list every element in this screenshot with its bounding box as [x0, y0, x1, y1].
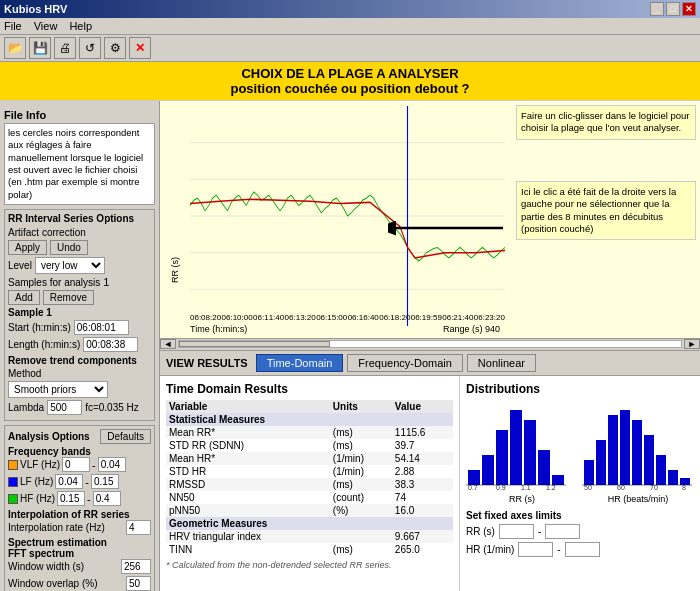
undo-button[interactable]: Undo — [50, 240, 88, 255]
table-row: Mean HR* (1/min) 54.14 — [166, 452, 453, 465]
add-button[interactable]: Add — [8, 290, 40, 305]
lambda-label: Lambda — [8, 402, 44, 413]
window-overlap-label: Window overlap (%) — [8, 578, 97, 589]
toolbar-open[interactable]: 📂 — [4, 37, 26, 59]
close-btn[interactable]: ✕ — [682, 2, 696, 16]
method-select[interactable]: Smooth priors Wavelet Detrend — [8, 381, 108, 398]
svg-rect-17 — [510, 410, 522, 485]
length-input[interactable] — [83, 337, 138, 352]
window-width-label: Window width (s) — [8, 561, 84, 572]
chart-area: RR (s) 0.8 0.9 1.0 1.1 1.2 — [160, 101, 700, 338]
lf-color — [8, 477, 18, 487]
annotation2-text: Ici le clic a été fait de la droite vers… — [521, 186, 676, 234]
arrow-left — [388, 213, 508, 245]
sample1-label: Sample 1 — [8, 307, 151, 318]
x-axis-ticks: 06:08:20 06:10:00 06:11:40 06:13:20 06:1… — [190, 313, 505, 322]
scroll-left-btn[interactable]: ◄ — [160, 339, 176, 349]
col-variable: Variable — [166, 400, 330, 413]
results-title: Time Domain Results — [166, 382, 453, 396]
defaults-button[interactable]: Defaults — [100, 429, 151, 444]
toolbar-save[interactable]: 💾 — [29, 37, 51, 59]
hr-max-input[interactable] — [565, 542, 600, 557]
interp-label: Interpolation rate (Hz) — [8, 522, 105, 533]
hr-dist-svg: 50 60 70 8 — [582, 400, 692, 490]
rr-max-input[interactable] — [545, 524, 580, 539]
y-axis-label: RR (s) — [170, 103, 180, 283]
interp-value[interactable] — [126, 520, 151, 535]
toolbar-settings[interactable]: ⚙ — [104, 37, 126, 59]
toolbar: 📂 💾 🖨 ↺ ⚙ ✕ — [0, 35, 700, 62]
window-overlap-input[interactable] — [126, 576, 151, 591]
results-note: * Calculated from the non-detrended sele… — [166, 560, 453, 570]
menu-file[interactable]: File — [4, 20, 22, 32]
table-row: Mean RR* (ms) 1115.6 — [166, 426, 453, 439]
table-row: RMSSD (ms) 38.3 — [166, 478, 453, 491]
tab-nonlinear[interactable]: Nonlinear — [467, 354, 536, 372]
hr-axes-label: HR (1/min) — [466, 544, 514, 555]
tab-time-domain[interactable]: Time-Domain — [256, 354, 344, 372]
artifact-correction-label: Artifact correction — [8, 227, 151, 238]
remove-button[interactable]: Remove — [43, 290, 94, 305]
rr-dist-chart: 0.7 0.9 1.1 1.2 RR (s) — [466, 400, 578, 504]
window-width-input[interactable] — [121, 559, 151, 574]
apply-button[interactable]: Apply — [8, 240, 47, 255]
scroll-right-btn[interactable]: ► — [684, 339, 700, 349]
tab-frequency-domain[interactable]: Frequency-Domain — [347, 354, 463, 372]
level-select[interactable]: very low low medium strong — [35, 257, 105, 274]
main-layout: File Info les cercles noirs corresponden… — [0, 101, 700, 591]
header-banner: CHOIX DE LA PLAGE A ANALYSER position co… — [0, 62, 700, 101]
set-axes-title: Set fixed axes limits — [466, 510, 694, 521]
hr-chart-label: HR (beats/min) — [582, 494, 694, 504]
rr-min-input[interactable] — [499, 524, 534, 539]
view-results-bar: VIEW RESULTS Time-Domain Frequency-Domai… — [160, 350, 700, 376]
table-row: TINN (ms) 265.0 — [166, 543, 453, 556]
rr-axes-label: RR (s) — [466, 526, 495, 537]
lf-max[interactable] — [91, 474, 119, 489]
minimize-btn[interactable]: _ — [650, 2, 664, 16]
start-label: Start (h:min:s) — [8, 322, 71, 333]
set-axes-section: Set fixed axes limits RR (s) - HR (1/min… — [466, 510, 694, 557]
right-area: RR (s) 0.8 0.9 1.0 1.1 1.2 — [160, 101, 700, 591]
hf-min[interactable] — [57, 491, 85, 506]
toolbar-refresh[interactable]: ↺ — [79, 37, 101, 59]
analysis-options-title: Analysis Options — [8, 431, 90, 442]
svg-rect-30 — [632, 420, 642, 485]
interp-title: Interpolation of RR series — [8, 509, 151, 520]
horizontal-scrollbar[interactable]: ◄ ► — [160, 338, 700, 350]
toolbar-close[interactable]: ✕ — [129, 37, 151, 59]
lf-min[interactable] — [55, 474, 83, 489]
geo-title: Geometric Measures — [166, 517, 453, 530]
analysis-options-section: Analysis Options Defaults Frequency band… — [4, 425, 155, 591]
lambda-input[interactable] — [47, 400, 82, 415]
vlf-color — [8, 460, 18, 470]
svg-rect-15 — [482, 455, 494, 485]
svg-rect-26 — [584, 460, 594, 485]
menu-view[interactable]: View — [34, 20, 58, 32]
samples-value: 1 — [103, 276, 109, 288]
hr-dist-chart: 50 60 70 8 HR (beats/min) — [582, 400, 694, 504]
svg-text:60: 60 — [617, 484, 625, 490]
svg-rect-33 — [668, 470, 678, 485]
hr-min-input[interactable] — [518, 542, 553, 557]
hf-max[interactable] — [93, 491, 121, 506]
dist-charts: 0.7 0.9 1.1 1.2 RR (s) — [466, 400, 694, 504]
scroll-thumb[interactable] — [179, 341, 330, 347]
banner-line1: CHOIX DE LA PLAGE A ANALYSER — [4, 66, 696, 81]
vlf-max[interactable] — [98, 457, 126, 472]
toolbar-print[interactable]: 🖨 — [54, 37, 76, 59]
fc-label: fc=0.035 Hz — [85, 402, 139, 413]
hf-color — [8, 494, 18, 504]
vlf-min[interactable] — [62, 457, 90, 472]
arrow-svg — [388, 213, 508, 243]
maximize-btn[interactable]: □ — [666, 2, 680, 16]
start-input[interactable] — [74, 320, 129, 335]
scroll-track[interactable] — [178, 340, 682, 348]
file-info-box: les cercles noirs correspondent aux régl… — [4, 123, 155, 205]
rr-chart-label: RR (s) — [466, 494, 578, 504]
distributions-panel: Distributions 0.7 — [460, 376, 700, 592]
rr-dist-svg: 0.7 0.9 1.1 1.2 — [466, 400, 566, 490]
x-axis-label: Time (h:min:s) — [190, 324, 247, 334]
left-panel: File Info les cercles noirs corresponden… — [0, 101, 160, 591]
menu-help[interactable]: Help — [69, 20, 92, 32]
svg-text:1.2: 1.2 — [546, 484, 556, 490]
